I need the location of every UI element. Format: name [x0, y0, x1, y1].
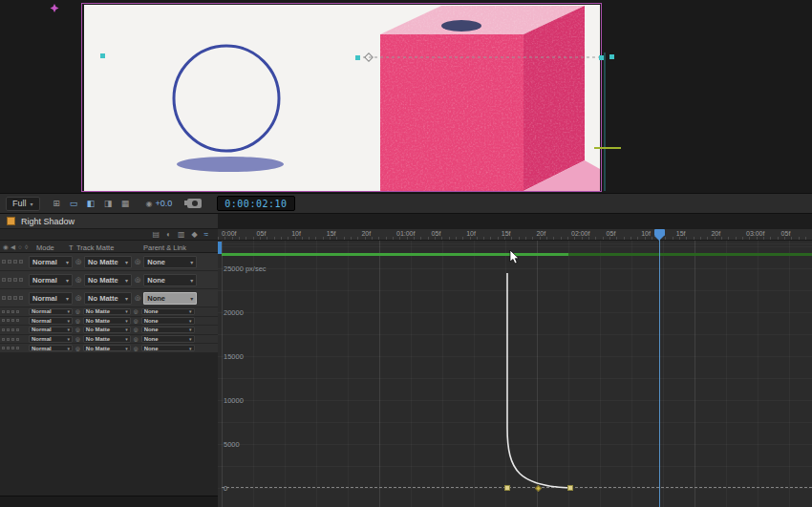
parent-link-dropdown[interactable]: None▾	[141, 308, 195, 316]
grid-options-icon[interactable]: ⊞	[50, 197, 64, 210]
lock-icon[interactable]: ◊	[25, 243, 28, 250]
keyframe[interactable]	[504, 485, 510, 491]
parent-link-dropdown[interactable]: None▾	[141, 335, 195, 343]
track-matte-pickwhip-icon[interactable]: ◎	[75, 336, 80, 342]
parent-pickwhip-icon[interactable]: ◎	[134, 336, 139, 342]
frame-blend-icon[interactable]: ▥	[178, 231, 185, 239]
track-matte-pickwhip-icon[interactable]: ◎	[75, 346, 80, 351]
cube-layer[interactable]	[378, 4, 600, 193]
track-matte-pickwhip-icon[interactable]: ◎	[75, 308, 80, 314]
speed-graph-curve	[218, 241, 812, 507]
mouse-cursor	[509, 250, 521, 264]
channels-icon[interactable]: ◨	[101, 197, 116, 210]
track-matte-dropdown[interactable]: No Matte▾	[84, 256, 132, 268]
graph-area[interactable]: 25000 px/sec20000150001000050000	[218, 241, 812, 507]
magnification-dropdown[interactable]: Full ▾	[6, 197, 40, 211]
graph-editor-icon[interactable]: ≈	[204, 231, 208, 239]
playhead-head[interactable]	[654, 229, 665, 236]
track-matte-dropdown[interactable]: No Matte▾	[84, 292, 132, 305]
solo-icon[interactable]: ○	[18, 243, 22, 250]
region-of-interest-icon[interactable]: ◧	[84, 197, 98, 210]
ruler-label: 10f	[466, 230, 476, 237]
viewer-toolbar: Full ▾ ⊞ ▭ ◧ ◨ ▦ ◉ +0.0 0:00:02:10	[0, 193, 812, 214]
track-matte-pickwhip-icon[interactable]: ◎	[75, 258, 81, 265]
layer-row[interactable]: Normal▾◎No Matte▾◎None▾	[0, 326, 218, 335]
layer-row[interactable]: Normal▾◎No Matte▾◎None▾	[0, 344, 218, 353]
layer-row[interactable]: Normal▾◎No Matte▾◎None▾	[0, 335, 218, 345]
parent-link-dropdown[interactable]: None▾	[141, 345, 195, 352]
shy-layers-icon[interactable]: ◐	[166, 231, 171, 239]
ruler-label: 20f	[536, 230, 545, 237]
layer-switches[interactable]	[0, 310, 27, 313]
blend-mode-dropdown[interactable]: Normal▾	[29, 292, 73, 305]
layer-switches[interactable]	[0, 296, 27, 300]
layer-switches[interactable]	[0, 338, 27, 341]
composition-viewer[interactable]	[0, 0, 812, 193]
layer-switches[interactable]	[0, 278, 27, 282]
layer-switches[interactable]	[0, 319, 27, 322]
layer-row[interactable]: Normal▾◎No Matte▾◎None▾	[0, 317, 218, 327]
resolution-icon[interactable]: ▦	[118, 197, 133, 210]
track-matte-dropdown[interactable]: No Matte▾	[83, 317, 131, 325]
playhead-line[interactable]	[659, 229, 660, 507]
blend-mode-dropdown[interactable]: Normal▾	[29, 317, 73, 325]
parent-link-dropdown[interactable]: None▾	[141, 327, 195, 334]
parent-link-dropdown[interactable]: None▾	[143, 256, 197, 268]
snapshot-camera-icon[interactable]	[187, 199, 202, 208]
parent-pickwhip-icon[interactable]: ◎	[134, 327, 139, 332]
parent-link-dropdown[interactable]: None▾	[143, 274, 197, 286]
parent-pickwhip-icon[interactable]: ◎	[134, 346, 139, 351]
parent-pickwhip-icon[interactable]: ◎	[134, 308, 139, 314]
layer-row[interactable]: Normal▾◎No Matte▾◎None▾	[0, 253, 218, 271]
blend-mode-dropdown[interactable]: Normal▾	[29, 327, 73, 334]
mini-flowchart-icon[interactable]: ▤	[152, 231, 160, 239]
work-area-start-handle[interactable]	[218, 242, 222, 254]
blend-mode-dropdown[interactable]: Normal▾	[29, 274, 73, 286]
cube-top-ellipse[interactable]	[441, 20, 481, 32]
handle-far-right[interactable]	[609, 54, 614, 59]
ruler-label: 10f	[641, 230, 651, 237]
audio-icon[interactable]: ◀	[11, 243, 15, 251]
blend-mode-dropdown[interactable]: Normal▾	[29, 308, 73, 316]
track-matte-pickwhip-icon[interactable]: ◎	[75, 294, 81, 302]
blend-mode-dropdown[interactable]: Normal▾	[29, 345, 73, 352]
work-area-bar[interactable]	[568, 253, 812, 256]
handle-mid[interactable]	[355, 55, 360, 60]
parent-link-dropdown[interactable]: None▾	[141, 317, 195, 325]
track-matte-pickwhip-icon[interactable]: ◎	[75, 276, 81, 284]
track-matte-dropdown[interactable]: No Matte▾	[83, 327, 131, 334]
parent-pickwhip-icon[interactable]: ◎	[135, 276, 140, 284]
track-matte-dropdown[interactable]: No Matte▾	[83, 308, 131, 316]
parent-pickwhip-icon[interactable]: ◎	[135, 258, 140, 265]
eye-icon[interactable]: ◉	[3, 243, 9, 251]
track-matte-pickwhip-icon[interactable]: ◎	[75, 318, 80, 324]
track-matte-dropdown[interactable]: No Matte▾	[83, 345, 131, 352]
keyframe[interactable]	[567, 485, 573, 491]
track-matte-pickwhip-icon[interactable]: ◎	[75, 327, 80, 332]
parent-pickwhip-icon[interactable]: ◎	[135, 294, 140, 302]
layer-row[interactable]: Normal▾◎No Matte▾◎None▾	[0, 307, 218, 317]
blend-mode-dropdown[interactable]: Normal▾	[29, 335, 73, 343]
track-matte-dropdown[interactable]: No Matte▾	[84, 274, 132, 286]
layer-switches[interactable]	[0, 260, 27, 264]
layer-switches[interactable]	[0, 347, 27, 349]
timecode-display[interactable]: 0:00:02:10	[217, 196, 294, 211]
layer-row[interactable]: Normal▾◎No Matte▾◎None▾	[0, 289, 218, 307]
layer-row[interactable]: Normal▾◎No Matte▾◎None▾	[0, 271, 218, 289]
composition-tab[interactable]: Right Shadow	[0, 214, 218, 229]
track-matte-dropdown[interactable]: No Matte▾	[83, 335, 131, 343]
handle-right[interactable]	[599, 55, 604, 60]
layer-panel-bottom-bar	[0, 496, 218, 507]
timeline-toolbar: ▤ ◐ ▥ ◆ ≈	[0, 229, 218, 241]
exposure-control[interactable]: ◉ +0.0	[146, 199, 173, 208]
motion-blur-icon[interactable]: ◆	[191, 231, 197, 239]
ruler-label: 15f	[502, 230, 511, 237]
layer-switches[interactable]	[0, 328, 27, 331]
mask-visibility-icon[interactable]: ▭	[67, 197, 81, 210]
parent-link-dropdown[interactable]: None▾	[143, 292, 197, 305]
circle-shadow-ellipse[interactable]	[177, 157, 284, 172]
parent-pickwhip-icon[interactable]: ◎	[134, 318, 139, 324]
time-ruler[interactable]: 0:00f05f10f15f20f01:00f05f10f15f20f02:00…	[218, 229, 812, 241]
handle-left[interactable]	[100, 53, 105, 58]
blend-mode-dropdown[interactable]: Normal▾	[29, 256, 73, 268]
